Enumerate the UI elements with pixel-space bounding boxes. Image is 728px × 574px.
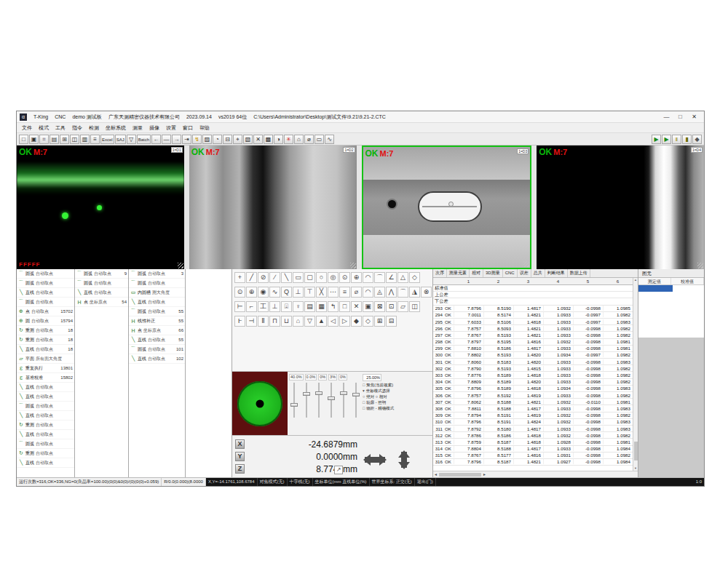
list-item[interactable]: ⌒圆弧自动取点3 [129,269,185,279]
table-row[interactable]: 302OK7.87908.51931.48151.0933-0.09981.09… [433,365,638,372]
run-to-end-button[interactable]: ⇥ [182,135,191,144]
step-forward-button[interactable]: → [172,135,181,144]
open-file-button[interactable]: ▣ [29,135,39,144]
tool-icon[interactable]: ⊕ [351,272,362,283]
tool-icon[interactable]: ⊕ [246,287,257,298]
resize-grip-icon[interactable] [697,263,703,268]
tool-icon[interactable]: ╲ [281,272,292,283]
slider-thumb[interactable] [328,396,335,400]
batch-button[interactable]: Batch [137,135,151,144]
table-row[interactable]: 310OK7.87968.51911.48241.0932-0.09981.09… [433,419,638,426]
home-button[interactable]: ⌂ [294,135,304,144]
maximize-button[interactable]: □ [673,112,687,122]
menu-item-1[interactable]: 模式 [36,124,52,132]
tool-icon[interactable]: ◠ [363,287,373,298]
control-option[interactable]: ▾坐标模式选择 [363,388,394,394]
tool-icon[interactable]: ⊡ [386,301,397,312]
tool-icon[interactable]: ⊓ [269,316,280,327]
tool-icon[interactable]: △ [397,272,408,283]
tool-icon[interactable]: ⊞ [374,316,385,327]
list-item[interactable]: ╲直线自动取点 [17,430,74,439]
list-item[interactable]: ▭内圆槽测大角度 [129,288,185,298]
tool-icon[interactable]: ⌒ [374,272,385,283]
table-row[interactable]: 301OK7.80608.51831.48201.0933-0.09981.09… [433,359,638,365]
tool-icon[interactable]: ↰ [328,301,339,312]
delete-button[interactable]: ✕ [253,135,263,144]
list-item[interactable]: ⌒圆弧自动取点9 [75,269,128,279]
menu-item-4[interactable]: 检测 [86,124,102,132]
pause-step-button[interactable]: — [162,135,171,144]
list-item[interactable]: ╲直线自动取点 [75,288,128,298]
table-special-row[interactable]: 上公差 [433,292,638,298]
camera-view-1[interactable]: OKM:7 1=D1 FFFFF [17,146,184,269]
results-tab-5[interactable]: 误差 [518,269,531,277]
list-item[interactable]: ⊕点自动取点15702 [17,307,74,316]
table-row[interactable]: 298OK7.87978.51951.48161.0932-0.09981.09… [433,339,638,346]
tool-icon[interactable]: □ [339,301,350,312]
list-item[interactable]: ⌒圆弧自动取点101 [129,345,185,354]
tool-icon[interactable]: ⌂ [293,316,304,327]
tool-icon[interactable]: ⌐ [246,301,257,312]
tool-icon[interactable]: ∠ [386,272,397,283]
lightning-trigger-button[interactable]: ↯ [192,135,202,144]
list-item[interactable]: ╲直线自动取点102 [129,354,185,364]
table-row[interactable]: 309OK7.87948.51911.48191.0932-0.09981.09… [433,412,638,419]
pause-button[interactable]: ‖ [672,135,681,144]
list-item[interactable]: ⊕圆自动取点15794 [17,316,74,326]
tool-icon[interactable]: ⋀ [386,287,397,298]
scroll-left-icon[interactable]: ◄ [434,472,438,477]
run-all-button[interactable]: ▶ [662,135,671,144]
table-row[interactable]: 312OK7.87868.51861.48181.0932-0.09981.09… [433,432,638,439]
camera-view-2[interactable]: OKM:7 1=D2 [189,146,357,269]
list-item[interactable]: ↻重测自动取点18 [17,335,74,345]
tool-icon[interactable]: ⊥ [293,287,304,298]
table-hscrollbar[interactable]: ◄ ► [433,471,638,477]
light-slider[interactable] [290,383,298,418]
table-row[interactable]: 313OK7.87598.51871.48181.0928-0.09981.09… [433,439,638,445]
list-item[interactable]: H点坐标原点66 [129,326,185,335]
menu-item-7[interactable]: 摄像 [146,124,162,132]
list-item[interactable]: H线性补正55 [129,316,185,326]
list-item[interactable]: ⌒圆弧自动取点55 [129,307,185,316]
results-tab-3[interactable]: 3D测量 [483,269,503,277]
tool-icon[interactable]: ▦ [316,301,327,312]
tool-icon[interactable]: ⊥ [269,301,280,312]
menu-item-5[interactable]: 坐标系统 [103,124,129,132]
calibration-button[interactable]: ▩ [264,135,273,144]
tool-icon[interactable]: Ⅱ [258,316,269,327]
slider-thumb[interactable] [340,391,347,395]
table-row[interactable]: 316OK7.87968.51871.48211.0927-0.09981.09… [433,459,638,466]
joystick-pad[interactable] [232,372,288,435]
list-button[interactable]: ≡ [90,135,100,144]
slider-thumb[interactable] [352,393,360,396]
tool-icon[interactable]: ◎ [328,272,339,283]
menu-item-8[interactable]: 设置 [163,124,179,132]
list-item[interactable]: ⌒圆弧自动取点 [17,439,74,449]
table-row[interactable]: 303OK7.87768.51891.48181.0933-0.09981.09… [433,372,638,378]
tool-icon[interactable]: ▽ [304,316,315,327]
tool-icon[interactable]: ⊙ [234,287,245,298]
tool-icon[interactable]: + [234,272,245,283]
tool-icon[interactable]: ⊙ [339,272,350,283]
list-item[interactable]: ╲直线自动取点 [17,458,74,468]
light-slider[interactable] [340,383,347,418]
resize-grip-icon[interactable] [178,263,183,268]
list-item[interactable]: ╲直线自动取点 [17,411,74,420]
menu-item-2[interactable]: 工具 [52,124,68,132]
list-item[interactable]: ↻重测自动取点 [17,449,74,458]
tool-icon[interactable]: ⊗ [421,287,432,298]
results-tab-4[interactable]: CNC [503,269,518,277]
hscroll-thumb[interactable] [439,473,481,477]
stop-button[interactable]: ▮ [682,135,692,144]
rect-tool-button[interactable]: ▭ [314,135,324,144]
results-tab-6[interactable]: 总共 [531,269,545,277]
contrast-button[interactable]: ◑ [274,135,283,144]
tool-icon[interactable]: ▲ [316,316,327,327]
tool-icon[interactable]: ▱ [397,301,408,312]
list-item[interactable]: ╲直线自动取点 [17,288,74,298]
list-item[interactable]: H点坐标原点54 [75,298,128,307]
tool-icon[interactable]: ◇ [409,272,420,283]
tool-icon[interactable]: ≡ [339,287,350,298]
save-file-button[interactable]: ⌗ [39,135,49,144]
scroll-right-icon[interactable]: ► [483,472,486,477]
